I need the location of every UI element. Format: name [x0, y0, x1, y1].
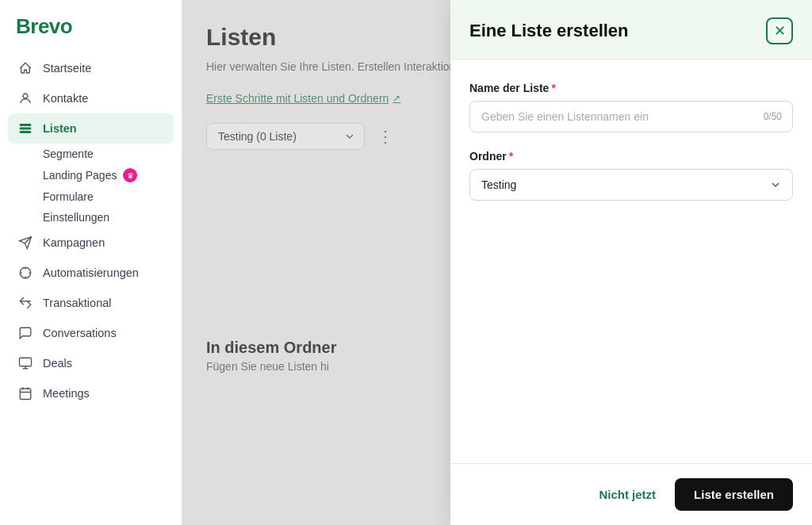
transactional-icon	[17, 295, 33, 311]
sidebar-label-automatisierungen: Automatisierungen	[43, 266, 139, 279]
sidebar-label-einstellungen: Einstellungen	[43, 211, 109, 224]
sidebar-label-listen: Listen	[43, 122, 77, 135]
crown-badge: ♛	[123, 168, 137, 182]
submit-button[interactable]: Liste erstellen	[675, 478, 793, 511]
sidebar-item-listen[interactable]: Listen	[8, 113, 174, 144]
sidebar-item-kontakte[interactable]: Kontakte	[8, 83, 174, 113]
sidebar-item-meetings[interactable]: Meetings	[8, 378, 174, 408]
sidebar-label-formulare: Formulare	[43, 190, 94, 203]
list-icon	[17, 121, 33, 136]
sidebar: Brevo Startseite Kontakte Listen Segment…	[0, 0, 182, 525]
svg-rect-4	[20, 358, 32, 366]
main-content: Listen Hier verwalten Sie Ihre Listen. E…	[182, 0, 812, 525]
sidebar-item-segmente[interactable]: Segmente	[8, 144, 174, 164]
sidebar-label-conversations: Conversations	[43, 327, 117, 339]
modal-body: Name der Liste* 0/50 Ordner* Testing	[450, 59, 812, 463]
ordner-select[interactable]: Testing	[469, 169, 793, 201]
sidebar-item-landing-pages[interactable]: Landing Pages ♛	[8, 164, 174, 186]
ordner-required: *	[509, 150, 513, 163]
name-input-row: 0/50	[469, 101, 793, 132]
name-label: Name der Liste*	[469, 82, 793, 94]
automation-icon	[17, 265, 33, 281]
sidebar-label-startseite: Startseite	[43, 62, 91, 75]
sidebar-label-meetings: Meetings	[43, 387, 90, 400]
modal-footer: Nicht jetzt Liste erstellen	[450, 463, 812, 525]
sidebar-label-kampagnen: Kampagnen	[43, 236, 105, 249]
sidebar-item-einstellungen[interactable]: Einstellungen	[8, 207, 174, 228]
sidebar-label-deals: Deals	[43, 357, 72, 370]
sidebar-item-conversations[interactable]: Conversations	[8, 318, 174, 348]
modal-title: Eine Liste erstellen	[469, 21, 629, 41]
logo: Brevo	[0, 0, 182, 50]
deals-icon	[17, 355, 33, 371]
sidebar-label-landing-pages: Landing Pages	[43, 169, 117, 182]
sidebar-item-automatisierungen[interactable]: Automatisierungen	[8, 258, 174, 288]
close-icon: ✕	[774, 22, 786, 40]
create-list-modal: Eine Liste erstellen ✕ Name der Liste* 0…	[450, 0, 812, 525]
name-required: *	[551, 82, 555, 94]
sidebar-item-startseite[interactable]: Startseite	[8, 53, 174, 83]
sidebar-label-kontakte: Kontakte	[43, 92, 88, 105]
sidebar-item-transaktional[interactable]: Transaktional	[8, 288, 174, 318]
svg-point-0	[23, 94, 28, 98]
modal-close-button[interactable]: ✕	[766, 17, 793, 44]
sidebar-nav: Startseite Kontakte Listen Segmente Land…	[0, 50, 182, 525]
svg-rect-1	[20, 125, 31, 126]
ordner-label: Ordner*	[469, 150, 793, 163]
modal-header: Eine Liste erstellen ✕	[450, 0, 812, 59]
sidebar-label-segmente: Segmente	[43, 148, 94, 160]
home-icon	[17, 60, 33, 76]
conversations-icon	[17, 325, 33, 341]
meetings-icon	[17, 385, 33, 401]
sidebar-label-transaktional: Transaktional	[43, 297, 112, 309]
svg-rect-2	[20, 128, 31, 129]
campaigns-icon	[17, 235, 33, 251]
contacts-icon	[17, 90, 33, 106]
sidebar-item-deals[interactable]: Deals	[8, 348, 174, 378]
sidebar-item-formulare[interactable]: Formulare	[8, 186, 174, 207]
list-name-input[interactable]	[469, 101, 793, 132]
cancel-button[interactable]: Nicht jetzt	[596, 481, 659, 508]
svg-rect-5	[20, 389, 31, 400]
svg-rect-3	[20, 132, 31, 133]
sidebar-item-kampagnen[interactable]: Kampagnen	[8, 228, 174, 258]
